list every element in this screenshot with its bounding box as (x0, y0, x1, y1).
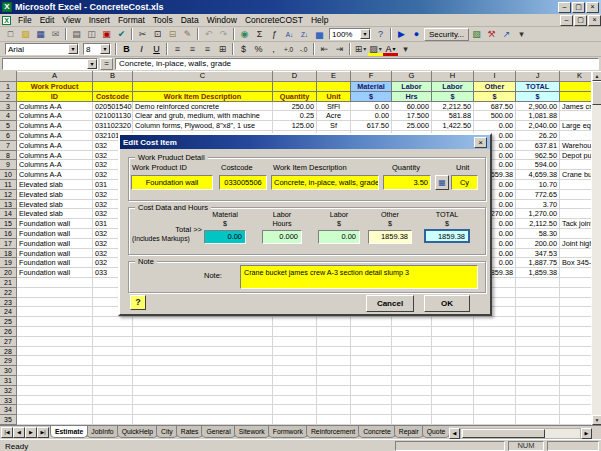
previous-sheet-icon[interactable]: ◀ (13, 427, 25, 438)
cell-J13[interactable]: 3.70 (516, 200, 560, 210)
row-header-9[interactable]: 9 (0, 160, 17, 170)
cell-D25[interactable] (273, 317, 317, 327)
percent-icon[interactable]: % (251, 43, 266, 56)
cut-icon[interactable]: ✂ (135, 28, 150, 41)
underline-icon[interactable]: U (149, 43, 164, 56)
cell-A12[interactable]: Elevated slab (17, 190, 93, 200)
align-left-icon[interactable]: ≡ (170, 43, 185, 56)
cell-I26[interactable] (474, 327, 516, 337)
cell-G4[interactable]: 17.500 (392, 111, 432, 121)
column-header-B[interactable]: B (93, 71, 133, 82)
cell-A9[interactable]: Columns A-A (17, 160, 93, 170)
run-macro-icon[interactable]: ▶ (394, 28, 409, 41)
row-header-29[interactable]: 29 (0, 356, 17, 366)
last-sheet-icon[interactable]: ▶| (37, 427, 49, 438)
row-header-22[interactable]: 22 (0, 288, 17, 298)
labor-dollars-total-field[interactable]: 0.00 (318, 230, 360, 244)
minimize-icon[interactable]: – (558, 2, 571, 13)
cell-C29[interactable] (133, 356, 273, 366)
cell-J27[interactable] (516, 337, 560, 347)
align-center-icon[interactable]: ≡ (185, 43, 200, 56)
row-header-1[interactable]: 1 (0, 82, 17, 92)
italic-icon[interactable]: I (134, 43, 149, 56)
font-size-combo[interactable]: 8▾ (83, 43, 111, 55)
security-button[interactable]: Security... (424, 28, 469, 41)
cell-D32[interactable] (273, 386, 317, 396)
cell-B30[interactable] (93, 366, 133, 376)
cell-C30[interactable] (133, 366, 273, 376)
dropdown-arrow-icon[interactable]: ▾ (360, 29, 370, 39)
menu-help[interactable]: Help (307, 14, 332, 26)
open-folder-icon[interactable]: ▨ (18, 28, 33, 41)
unit-field[interactable]: Cy (451, 175, 478, 190)
cell-G2[interactable]: Hrs (392, 92, 432, 102)
cell-I31[interactable] (474, 376, 516, 386)
row-header-27[interactable]: 27 (0, 337, 17, 347)
decrease-indent-icon[interactable]: ⇤ (317, 43, 332, 56)
row-header-17[interactable]: 17 (0, 239, 17, 249)
material-total-field[interactable]: 0.00 (204, 230, 246, 244)
tab-quickhelp[interactable]: QuickHelp (117, 426, 158, 438)
cell-A17[interactable]: Foundation wall (17, 239, 93, 249)
copy-icon[interactable]: ⊡ (150, 28, 165, 41)
cell-I1[interactable]: Other (474, 82, 516, 92)
cell-H28[interactable] (432, 347, 474, 357)
cell-J20[interactable]: 1,859.38 (516, 268, 560, 278)
cell-I35[interactable] (474, 415, 516, 425)
cell-F29[interactable] (351, 356, 392, 366)
cell-I25[interactable] (474, 317, 516, 327)
tab-rates[interactable]: Rates (176, 426, 204, 438)
cell-J3[interactable]: 2,900.00 (516, 102, 560, 112)
cell-A26[interactable] (17, 327, 93, 337)
other-total-field[interactable]: 1859.38 (368, 230, 412, 244)
tab-general[interactable]: General (201, 426, 235, 438)
cell-A31[interactable] (17, 376, 93, 386)
row-header-6[interactable]: 6 (0, 131, 17, 141)
cell-A23[interactable] (17, 298, 93, 308)
cell-G33[interactable] (392, 396, 432, 406)
cell-G35[interactable] (392, 415, 432, 425)
menu-edit[interactable]: Edit (36, 14, 59, 26)
cell-H32[interactable] (432, 386, 474, 396)
cell-G34[interactable] (392, 405, 432, 415)
row-header-32[interactable]: 32 (0, 386, 17, 396)
cell-C27[interactable] (133, 337, 273, 347)
name-box[interactable]: ▾ (2, 58, 98, 70)
menu-insert[interactable]: Insert (85, 14, 114, 26)
cell-B28[interactable] (93, 347, 133, 357)
row-header-21[interactable]: 21 (0, 278, 17, 288)
menu-file[interactable]: File (14, 14, 36, 26)
cell-A18[interactable]: Foundation wall (17, 249, 93, 259)
increase-indent-icon[interactable]: ⇥ (332, 43, 347, 56)
row-header-24[interactable]: 24 (0, 307, 17, 317)
note-field[interactable]: Crane bucket james crew A-3 section deta… (240, 265, 478, 289)
tab-concrete[interactable]: Concrete (358, 426, 396, 438)
row-header-35[interactable]: 35 (0, 415, 17, 425)
cell-A4[interactable]: Columns A-A (17, 111, 93, 121)
cell-C31[interactable] (133, 376, 273, 386)
menu-data[interactable]: Data (177, 14, 203, 26)
cell-A5[interactable]: Columns A-A (17, 121, 93, 131)
restore-icon[interactable]: ▢ (574, 15, 587, 26)
increase-decimal-icon[interactable]: +.0 (281, 43, 296, 56)
undo-icon[interactable]: ↶ (201, 28, 216, 41)
cell-G32[interactable] (392, 386, 432, 396)
sort-ascending-icon[interactable]: A↓ (282, 28, 297, 41)
cell-J23[interactable] (516, 298, 560, 308)
dropdown-arrow-icon[interactable]: ▾ (379, 44, 382, 55)
cell-F26[interactable] (351, 327, 392, 337)
font-name-combo[interactable]: Arial▾ (5, 43, 79, 55)
row-header-26[interactable]: 26 (0, 327, 17, 337)
cell-A8[interactable]: Columns A-A (17, 151, 93, 161)
fill-color-icon[interactable]: ▨▾ (368, 43, 383, 56)
cell-I3[interactable]: 687.50 (474, 102, 516, 112)
scroll-right-icon[interactable]: ▶ (581, 428, 592, 439)
cell-I2[interactable]: $ (474, 92, 516, 102)
row-header-4[interactable]: 4 (0, 111, 17, 121)
menu-view[interactable]: View (58, 14, 84, 26)
ok-button[interactable]: OK (424, 295, 470, 312)
tab-sitework[interactable]: Sitework (234, 426, 270, 438)
column-header-A[interactable]: A (17, 71, 93, 82)
horizontal-scroll-thumb[interactable] (462, 429, 545, 438)
cell-H26[interactable] (432, 327, 474, 337)
